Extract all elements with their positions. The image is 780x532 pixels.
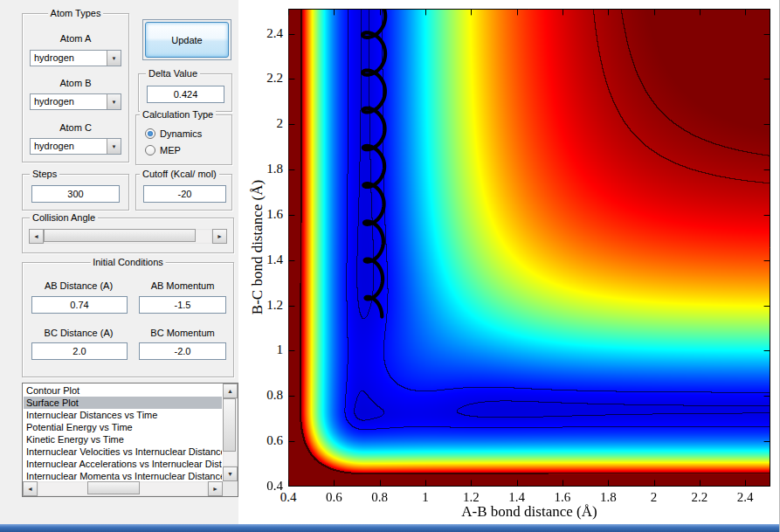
list-item[interactable]: Internuclear Accelerations vs Internucle… [24,458,222,470]
collision-angle-scroll-left-button[interactable]: ◄ [29,229,44,244]
calculation-type-panel: Calculation Type DynamicsMEP [135,114,232,165]
cutoff-panel-title: Cutoff (Kcal/ mol) [140,168,219,180]
ab-momentum-input[interactable] [139,296,226,314]
list-item[interactable]: Potential Energy vs Time [24,421,222,433]
list-item[interactable]: Contour Plot [24,384,222,397]
radio-option-mep[interactable]: MEP [136,142,231,158]
collision-angle-scrollbar-track[interactable] [44,229,212,244]
atom-a-dropdown-arrow-icon[interactable]: ▼ [107,51,121,66]
atom-a-dropdown[interactable]: hydrogen ▼ [30,50,121,66]
atom-c-value: hydrogen [34,141,105,151]
radio-selected-icon[interactable] [145,128,155,139]
update-button-frame: Update [142,19,231,60]
update-button[interactable]: Update [145,22,229,58]
initial-conditions-panel-title: Initial Conditions [90,256,166,268]
atom-b-dropdown[interactable]: hydrogen ▼ [30,93,121,110]
bc-momentum-label: BC Momentum [135,328,231,338]
listbox-vscroll-thumb[interactable] [223,398,236,452]
ab-distance-input[interactable] [31,296,128,314]
bc-distance-input[interactable] [31,342,128,360]
y-tick-label: 2.2 [243,71,283,86]
steps-input[interactable] [31,185,120,203]
scroll-down-icon: ▼ [227,471,233,477]
scroll-right-icon: ► [217,233,223,239]
delta-value-input[interactable] [147,86,224,103]
atom-a-value: hydrogen [34,52,105,63]
application-window: Atom Types Atom A hydrogen ▼ Atom B hydr… [0,0,780,532]
atom-b-dropdown-arrow-icon[interactable]: ▼ [107,94,121,109]
listbox-vscroll-track[interactable] [223,398,238,466]
radio-label: Dynamics [160,128,202,139]
taskbar-strip [0,524,780,532]
x-axis-label: A-B bond distance (Å) [288,503,770,521]
y-axis-label: B-C bond distance (Å) [249,180,266,314]
listbox-scroll-right-button[interactable]: ► [208,481,223,496]
atom-c-dropdown-arrow-icon[interactable]: ▼ [107,139,121,154]
cutoff-input[interactable] [143,185,226,203]
calculation-type-options: DynamicsMEP [136,125,231,158]
listbox-vertical-scrollbar[interactable]: ▲ ▼ [223,383,238,481]
y-tick-label: 1.8 [243,162,283,176]
y-tick-label: 0.4 [243,479,283,494]
radio-label: MEP [160,145,181,155]
delta-value-panel: Delta Value [138,73,232,112]
collision-angle-scrollbar[interactable]: ◄ ► [29,229,227,244]
collision-angle-scrollbar-thumb[interactable] [44,229,196,242]
atom-types-panel: Atom Types Atom A hydrogen ▼ Atom B hydr… [22,13,129,162]
steps-panel: Steps [22,174,129,211]
cutoff-panel: Cutoff (Kcal/ mol) [135,174,232,211]
atom-c-dropdown[interactable]: hydrogen ▼ [30,138,121,155]
atom-b-value: hydrogen [34,96,105,107]
y-tick-label: 1 [243,342,283,357]
bc-momentum-input[interactable] [139,342,226,360]
atom-types-panel-title: Atom Types [48,7,104,19]
list-item[interactable]: Internuclear Momenta vs Internuclear Dis… [24,470,222,480]
ab-momentum-label: AB Momentum [135,280,231,291]
listbox-scroll-left-button[interactable]: ◄ [23,481,38,496]
radio-option-dynamics[interactable]: Dynamics [136,125,231,142]
atom-c-label: Atom C [23,122,128,133]
collision-angle-scroll-right-button[interactable]: ► [212,229,227,244]
scroll-up-icon: ▲ [227,388,233,394]
collision-angle-panel-title: Collision Angle [30,211,98,224]
bc-distance-label: BC Distance (A) [30,328,128,338]
y-tick-label: 2.4 [243,26,283,41]
contour-plot-canvas [288,9,770,487]
y-tick-label: 0.8 [243,388,283,403]
listbox-scroll-up-button[interactable]: ▲ [223,383,238,398]
atom-b-label: Atom B [23,78,128,88]
collision-angle-panel: Collision Angle ◄ ► [22,218,234,253]
ab-distance-label: AB Distance (A) [30,280,128,291]
radio-unselected-icon[interactable] [145,145,155,155]
listbox-hscroll-thumb[interactable] [87,481,140,494]
list-item[interactable]: Surface Plot [24,397,222,409]
list-item[interactable]: Kinetic Energy vs Time [24,433,222,446]
plot-type-listbox-items: Contour PlotSurface PlotInternuclear Dis… [24,384,222,480]
delta-value-panel-title: Delta Value [146,67,200,79]
list-item[interactable]: Internuclear Velocities vs Internuclear … [24,446,222,458]
atom-a-label: Atom A [23,33,128,44]
scroll-left-icon: ◄ [33,233,39,239]
listbox-scroll-down-button[interactable]: ▼ [223,466,238,481]
plot-type-listbox[interactable]: Contour PlotSurface PlotInternuclear Dis… [22,383,238,497]
scroll-right-icon: ► [212,486,218,492]
y-tick-label: 2 [243,116,283,131]
list-item[interactable]: Internuclear Distances vs Time [24,409,222,421]
listbox-hscroll-track[interactable] [38,481,208,496]
scrollbar-corner [223,481,238,496]
steps-panel-title: Steps [30,168,59,180]
y-tick-label: 0.6 [243,433,283,448]
plot-region: 0.40.60.811.21.41.61.822.22.4 0.40.60.81… [238,0,780,524]
initial-conditions-panel: Initial Conditions AB Distance (A) AB Mo… [22,262,234,377]
calculation-type-panel-title: Calculation Type [140,108,216,121]
scroll-left-icon: ◄ [27,486,33,492]
listbox-horizontal-scrollbar[interactable]: ◄ ► [23,481,223,496]
